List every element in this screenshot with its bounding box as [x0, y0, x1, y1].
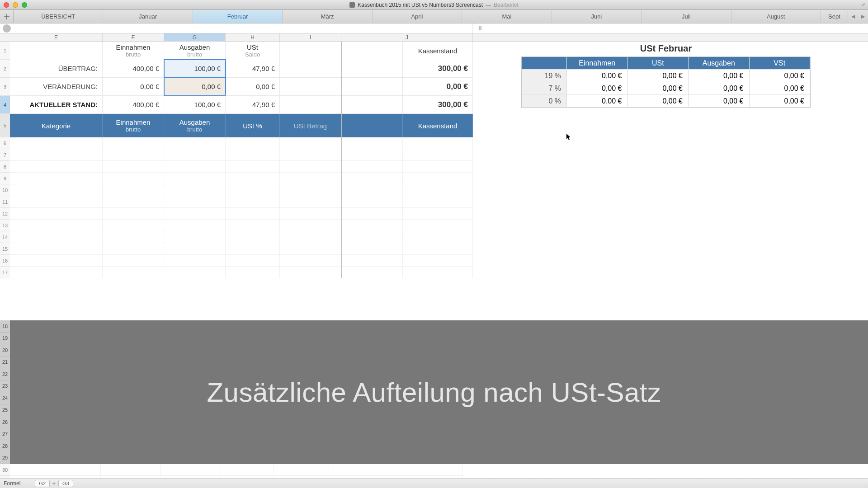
band-kategorie[interactable]: Kategorie	[10, 114, 103, 137]
row-header[interactable]: 26	[0, 416, 10, 428]
row-header[interactable]: 24	[0, 392, 10, 404]
cell-value[interactable]: 0,00 €	[226, 78, 280, 96]
empty-grid-bottom[interactable]	[10, 464, 463, 478]
row-header[interactable]: 14	[0, 231, 10, 243]
cell-value[interactable]: 0,00 €	[103, 78, 164, 96]
row-header[interactable]: 23	[0, 380, 10, 393]
side-header[interactable]: Einnahmen	[567, 57, 628, 70]
side-row-label[interactable]: 19 %	[522, 70, 567, 82]
cell-value[interactable]: 100,00 €	[164, 96, 226, 114]
row-header[interactable]: 27	[0, 428, 10, 441]
side-corner[interactable]	[522, 57, 567, 70]
col-header-f[interactable]: F	[103, 33, 164, 41]
table-handle-icon[interactable]	[3, 24, 11, 33]
col-header-e[interactable]: E	[10, 33, 103, 41]
cell-selected[interactable]: 100,00 €	[164, 60, 226, 78]
row-header[interactable]: 8	[0, 161, 10, 173]
sheet-tab-mai[interactable]: Mai	[462, 10, 552, 23]
side-cell[interactable]: 0,00 €	[750, 70, 811, 82]
cell-blank[interactable]	[341, 60, 403, 78]
row-header[interactable]: 22	[0, 368, 10, 380]
cell-value[interactable]: 47,90 €	[226, 60, 280, 78]
cell-blank[interactable]	[280, 78, 341, 96]
zoom-icon[interactable]	[22, 2, 27, 8]
side-row-label[interactable]: 0 %	[522, 95, 567, 108]
formula-ref[interactable]: G3	[58, 480, 73, 487]
side-header[interactable]: VSt	[750, 57, 811, 70]
cell-blank[interactable]	[280, 60, 341, 78]
side-cell[interactable]: 0,00 €	[628, 95, 689, 108]
row-header[interactable]: 3	[0, 78, 10, 96]
side-cell[interactable]: 0,00 €	[750, 82, 811, 95]
band-ausgaben[interactable]: Ausgabenbrutto	[164, 114, 226, 137]
row-header[interactable]: 4	[0, 96, 10, 114]
band-kassenstand[interactable]: Kassenstand	[403, 114, 473, 137]
row-header[interactable]: 11	[0, 196, 10, 208]
col-header-j[interactable]: J	[341, 33, 473, 41]
pause-icon[interactable]: ⅠⅠ	[476, 25, 484, 32]
cell-value[interactable]: 400,00 €	[103, 96, 164, 114]
side-cell[interactable]: 0,00 €	[567, 95, 628, 108]
row-header[interactable]: 21	[0, 357, 10, 369]
cell-blank[interactable]	[341, 96, 403, 114]
empty-grid-area[interactable]	[10, 137, 473, 278]
band-einnahmen[interactable]: Einnahmenbrutto	[103, 114, 164, 137]
row-header[interactable]: 20	[0, 344, 10, 357]
cell-value[interactable]: 47,90 €	[226, 96, 280, 114]
side-cell[interactable]: 0,00 €	[628, 82, 689, 95]
row-header[interactable]: 9	[0, 173, 10, 184]
sheet-tab-juni[interactable]: Juni	[552, 10, 642, 23]
row-header[interactable]: 18	[0, 320, 10, 333]
side-cell[interactable]: 0,00 €	[567, 70, 628, 82]
summary-label[interactable]: ÜBERTRAG:	[10, 60, 103, 78]
tab-scroll-left-icon[interactable]: ◀	[848, 10, 858, 23]
add-sheet-button[interactable]	[0, 10, 14, 23]
sheet-tab-april[interactable]: April	[373, 10, 462, 23]
row-header[interactable]: 10	[0, 184, 10, 196]
side-cell[interactable]: 0,00 €	[689, 82, 750, 95]
sheet-tab-juli[interactable]: Juli	[642, 10, 731, 23]
row-header[interactable]: 25	[0, 404, 10, 417]
cell-value[interactable]: 300,00 €	[403, 96, 473, 114]
row-header[interactable]: 13	[0, 220, 10, 231]
side-cell[interactable]: 0,00 €	[689, 70, 750, 82]
tab-scroll-right-icon[interactable]: ▶	[858, 10, 868, 23]
band-ust-percent[interactable]: USt %	[226, 114, 280, 137]
cell-value[interactable]: 400,00 €	[103, 60, 164, 78]
fullscreen-icon[interactable]: ⤢	[861, 2, 865, 8]
row-header[interactable]: 29	[0, 452, 10, 465]
cell-blank[interactable]	[10, 42, 103, 60]
row-header[interactable]: 5	[0, 114, 10, 137]
sheet-tab-februar[interactable]: Februar	[193, 10, 283, 23]
header-kassenstand[interactable]: Kassenstand	[403, 42, 473, 60]
cell-value[interactable]: 0,00 €	[403, 78, 473, 96]
cell-blank[interactable]	[280, 42, 341, 60]
header-ust[interactable]: USt Saldo	[226, 42, 280, 60]
cell-blank[interactable]	[280, 96, 341, 114]
side-header[interactable]: Ausgaben	[689, 57, 750, 70]
band-spacer[interactable]	[341, 114, 403, 137]
row-header[interactable]: 12	[0, 208, 10, 220]
band-ust-betrag[interactable]: USt Betrag	[280, 114, 341, 137]
row-header[interactable]: 30	[0, 464, 10, 476]
cell-blank[interactable]	[341, 78, 403, 96]
cell-blank[interactable]	[341, 42, 403, 60]
row-header[interactable]: 19	[0, 333, 10, 345]
side-header[interactable]: USt	[628, 57, 689, 70]
spreadsheet-canvas[interactable]: E F G H I J 1 2 3 4 5 6 7 8 9 10 11 12 1…	[0, 33, 868, 478]
row-header[interactable]: 17	[0, 267, 10, 278]
side-cell[interactable]: 0,00 €	[750, 95, 811, 108]
row-header[interactable]: 6	[0, 137, 10, 149]
row-header[interactable]: 16	[0, 255, 10, 267]
row-header[interactable]: 7	[0, 149, 10, 161]
side-cell[interactable]: 0,00 €	[567, 82, 628, 95]
header-einnahmen[interactable]: Einnahmen brutto	[103, 42, 164, 60]
sheet-tab-maerz[interactable]: März	[283, 10, 372, 23]
summary-label[interactable]: AKTUELLER STAND:	[10, 96, 103, 114]
formula-ref[interactable]: G2	[35, 480, 50, 487]
side-row-label[interactable]: 7 %	[522, 82, 567, 95]
formula-input[interactable]	[14, 23, 472, 33]
row-header[interactable]: 28	[0, 440, 10, 452]
row-header[interactable]: 2	[0, 60, 10, 78]
row-header[interactable]: 1	[0, 42, 10, 60]
